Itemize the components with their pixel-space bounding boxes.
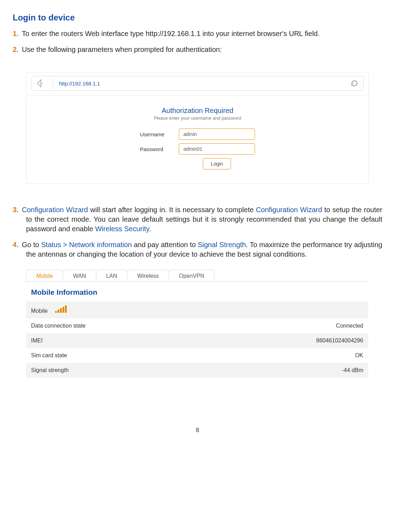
step-number: 3.	[13, 205, 22, 215]
mobile-header-row: Mobile	[26, 301, 368, 318]
mobile-panel: Mobile Information Mobile Data connectio…	[26, 281, 368, 378]
step-2: 2.Use the following parameters when prom…	[13, 45, 382, 54]
login-button[interactable]: Login	[203, 158, 231, 169]
row-value: 860461024004296	[316, 337, 363, 344]
separator	[53, 78, 53, 88]
table-row: Sim card state OK	[26, 348, 368, 363]
password-field[interactable]: admin01	[179, 143, 255, 155]
section-heading: Login to device	[13, 13, 382, 23]
address-bar[interactable]: http://192.168.1.1	[31, 76, 364, 91]
step-4: 4.Go to Status > Network information and…	[13, 240, 382, 259]
step-number: 2.	[13, 45, 22, 54]
step-1: 1.To enter the routers Web interface typ…	[13, 29, 382, 38]
link-wireless-security: Wireless Security	[95, 225, 149, 233]
login-screenshot: http://192.168.1.1 Authorization Require…	[26, 72, 369, 184]
link-config-wizard: Configuration Wizard	[256, 206, 322, 214]
mobile-label: Mobile	[31, 306, 363, 314]
step-text: To enter the routers Web interface type …	[22, 30, 320, 37]
row-label: IMEI	[31, 337, 316, 344]
username-field[interactable]: admin	[179, 128, 255, 140]
username-label: Username	[140, 131, 179, 137]
login-body: Authorization Required Please enter your…	[26, 96, 369, 184]
step-text: Use the following parameters when prompt…	[22, 46, 222, 53]
link-signal-strength: Signal Strength	[198, 241, 246, 249]
tab-wan[interactable]: WAN	[63, 270, 96, 281]
steps-list-continued: 3.Configuration Wizard will start after …	[13, 205, 382, 259]
back-icon[interactable]	[37, 79, 47, 88]
tab-wireless[interactable]: Wireless	[127, 270, 169, 281]
table-row: IMEI 860461024004296	[26, 333, 368, 348]
svg-marker-0	[37, 80, 41, 87]
mobile-info-screenshot: Mobile WAN LAN Wireless OpenVPN Mobile I…	[26, 270, 368, 378]
signal-bars-icon	[55, 306, 67, 313]
step-number: 4.	[13, 240, 22, 250]
step-3: 3.Configuration Wizard will start after …	[13, 205, 382, 234]
auth-title: Authorization Required	[30, 107, 365, 115]
refresh-icon[interactable]	[351, 79, 358, 87]
row-label: Sim card state	[31, 352, 355, 359]
row-value: OK	[355, 352, 363, 359]
steps-list: 1.To enter the routers Web interface typ…	[13, 29, 382, 54]
table-row: Signal strength -44 dBm	[26, 363, 368, 378]
tab-bar: Mobile WAN LAN Wireless OpenVPN	[26, 270, 368, 281]
tab-lan[interactable]: LAN	[96, 270, 127, 281]
panel-title: Mobile Information	[26, 287, 368, 301]
link-config-wizard: Configuration Wizard	[22, 206, 88, 214]
tab-openvpn[interactable]: OpenVPN	[169, 270, 214, 281]
tab-mobile[interactable]: Mobile	[26, 270, 63, 281]
page-number: 8	[13, 427, 382, 434]
password-label: Password	[140, 146, 179, 152]
password-row: Password admin01	[30, 143, 365, 155]
row-value: Connected	[336, 323, 363, 329]
step-number: 1.	[13, 29, 22, 38]
link-status-network: Status > Network information	[41, 241, 132, 249]
address-bar-container: http://192.168.1.1	[26, 72, 369, 91]
table-row: Data connection state Connected	[26, 318, 368, 333]
row-label: Signal strength	[31, 367, 342, 373]
row-value: -44 dBm	[342, 367, 363, 373]
username-row: Username admin	[30, 128, 365, 140]
url-text: http://192.168.1.1	[59, 80, 351, 86]
row-label: Data connection state	[31, 323, 336, 329]
auth-subtitle: Please enter your username and password	[30, 115, 365, 121]
